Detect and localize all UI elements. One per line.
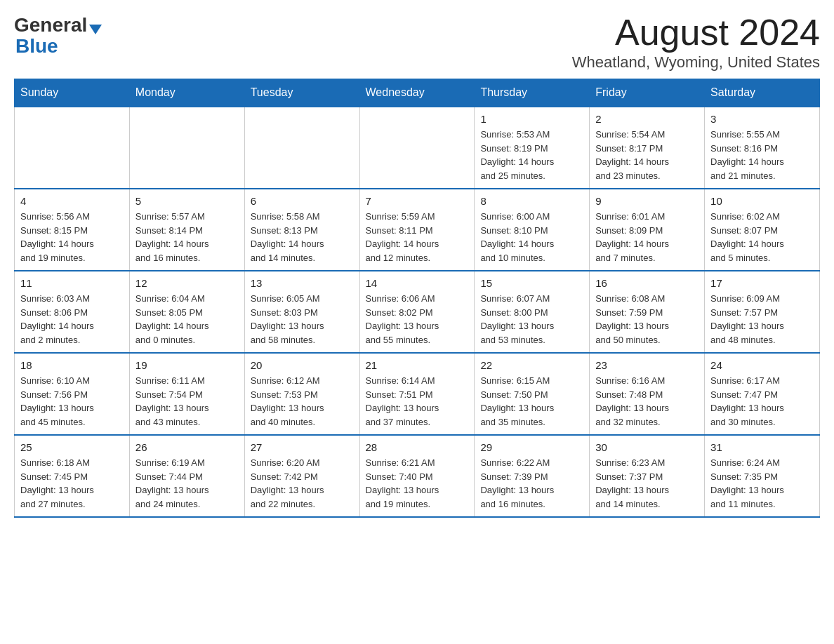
calendar-empty-cell bbox=[359, 107, 475, 189]
day-info: Sunrise: 6:03 AM Sunset: 8:06 PM Dayligh… bbox=[20, 292, 124, 347]
calendar-header-monday: Monday bbox=[129, 79, 244, 107]
day-number: 8 bbox=[480, 195, 583, 207]
day-number: 19 bbox=[135, 359, 239, 371]
calendar-header-tuesday: Tuesday bbox=[244, 79, 359, 107]
calendar-day-7: 7Sunrise: 5:59 AM Sunset: 8:11 PM Daylig… bbox=[359, 189, 475, 271]
day-info: Sunrise: 5:58 AM Sunset: 8:13 PM Dayligh… bbox=[251, 210, 354, 264]
calendar-day-12: 12Sunrise: 6:04 AM Sunset: 8:05 PM Dayli… bbox=[129, 271, 244, 353]
month-title: August 2024 bbox=[572, 14, 820, 51]
calendar-week-4: 18Sunrise: 6:10 AM Sunset: 7:56 PM Dayli… bbox=[15, 353, 820, 435]
day-info: Sunrise: 6:15 AM Sunset: 7:50 PM Dayligh… bbox=[480, 374, 583, 429]
day-info: Sunrise: 6:24 AM Sunset: 7:35 PM Dayligh… bbox=[710, 456, 814, 511]
day-number: 24 bbox=[710, 359, 814, 371]
day-number: 20 bbox=[251, 359, 354, 371]
day-number: 7 bbox=[366, 195, 469, 207]
calendar-day-23: 23Sunrise: 6:16 AM Sunset: 7:48 PM Dayli… bbox=[590, 353, 705, 435]
calendar-week-1: 1Sunrise: 5:53 AM Sunset: 8:19 PM Daylig… bbox=[15, 107, 820, 189]
day-info: Sunrise: 6:02 AM Sunset: 8:07 PM Dayligh… bbox=[710, 210, 814, 264]
calendar-table: SundayMondayTuesdayWednesdayThursdayFrid… bbox=[14, 79, 820, 518]
day-number: 17 bbox=[710, 277, 814, 289]
calendar-day-27: 27Sunrise: 6:20 AM Sunset: 7:42 PM Dayli… bbox=[244, 435, 359, 517]
calendar-empty-cell bbox=[244, 107, 359, 189]
calendar-week-3: 11Sunrise: 6:03 AM Sunset: 8:06 PM Dayli… bbox=[15, 271, 820, 353]
day-number: 13 bbox=[251, 277, 354, 289]
calendar-day-29: 29Sunrise: 6:22 AM Sunset: 7:39 PM Dayli… bbox=[475, 435, 590, 517]
day-number: 11 bbox=[20, 277, 124, 289]
day-number: 9 bbox=[595, 195, 699, 207]
calendar-day-5: 5Sunrise: 5:57 AM Sunset: 8:14 PM Daylig… bbox=[129, 189, 244, 271]
calendar-day-25: 25Sunrise: 6:18 AM Sunset: 7:45 PM Dayli… bbox=[15, 435, 130, 517]
calendar-empty-cell bbox=[129, 107, 244, 189]
calendar-day-8: 8Sunrise: 6:00 AM Sunset: 8:10 PM Daylig… bbox=[475, 189, 590, 271]
calendar-day-13: 13Sunrise: 6:05 AM Sunset: 8:03 PM Dayli… bbox=[244, 271, 359, 353]
day-info: Sunrise: 5:56 AM Sunset: 8:15 PM Dayligh… bbox=[20, 210, 124, 264]
day-info: Sunrise: 5:55 AM Sunset: 8:16 PM Dayligh… bbox=[710, 128, 814, 182]
calendar-day-19: 19Sunrise: 6:11 AM Sunset: 7:54 PM Dayli… bbox=[129, 353, 244, 435]
day-info: Sunrise: 6:07 AM Sunset: 8:00 PM Dayligh… bbox=[480, 292, 583, 347]
calendar-day-6: 6Sunrise: 5:58 AM Sunset: 8:13 PM Daylig… bbox=[244, 189, 359, 271]
day-number: 21 bbox=[366, 359, 469, 371]
calendar-header-friday: Friday bbox=[590, 79, 705, 107]
day-number: 1 bbox=[480, 113, 583, 125]
calendar-header-saturday: Saturday bbox=[705, 79, 820, 107]
day-number: 14 bbox=[366, 277, 469, 289]
day-info: Sunrise: 5:59 AM Sunset: 8:11 PM Dayligh… bbox=[366, 210, 469, 264]
day-info: Sunrise: 6:21 AM Sunset: 7:40 PM Dayligh… bbox=[366, 456, 469, 511]
day-info: Sunrise: 5:54 AM Sunset: 8:17 PM Dayligh… bbox=[595, 128, 699, 182]
logo: General Blue bbox=[14, 14, 102, 58]
calendar-day-10: 10Sunrise: 6:02 AM Sunset: 8:07 PM Dayli… bbox=[705, 189, 820, 271]
day-info: Sunrise: 6:10 AM Sunset: 7:56 PM Dayligh… bbox=[20, 374, 124, 429]
day-number: 28 bbox=[366, 441, 469, 453]
day-info: Sunrise: 6:19 AM Sunset: 7:44 PM Dayligh… bbox=[135, 456, 239, 511]
day-info: Sunrise: 6:01 AM Sunset: 8:09 PM Dayligh… bbox=[595, 210, 699, 264]
day-info: Sunrise: 6:08 AM Sunset: 7:59 PM Dayligh… bbox=[595, 292, 699, 347]
day-info: Sunrise: 6:23 AM Sunset: 7:37 PM Dayligh… bbox=[595, 456, 699, 511]
calendar-day-20: 20Sunrise: 6:12 AM Sunset: 7:53 PM Dayli… bbox=[244, 353, 359, 435]
day-info: Sunrise: 6:04 AM Sunset: 8:05 PM Dayligh… bbox=[135, 292, 239, 347]
day-info: Sunrise: 6:20 AM Sunset: 7:42 PM Dayligh… bbox=[251, 456, 354, 511]
calendar-day-4: 4Sunrise: 5:56 AM Sunset: 8:15 PM Daylig… bbox=[15, 189, 130, 271]
calendar-day-2: 2Sunrise: 5:54 AM Sunset: 8:17 PM Daylig… bbox=[590, 107, 705, 189]
day-info: Sunrise: 6:18 AM Sunset: 7:45 PM Dayligh… bbox=[20, 456, 124, 511]
day-number: 4 bbox=[20, 195, 124, 207]
calendar-day-28: 28Sunrise: 6:21 AM Sunset: 7:40 PM Dayli… bbox=[359, 435, 475, 517]
calendar-day-22: 22Sunrise: 6:15 AM Sunset: 7:50 PM Dayli… bbox=[475, 353, 590, 435]
day-number: 2 bbox=[595, 113, 699, 125]
calendar-day-18: 18Sunrise: 6:10 AM Sunset: 7:56 PM Dayli… bbox=[15, 353, 130, 435]
day-number: 22 bbox=[480, 359, 583, 371]
calendar-day-3: 3Sunrise: 5:55 AM Sunset: 8:16 PM Daylig… bbox=[705, 107, 820, 189]
logo-triangle-icon bbox=[89, 25, 102, 34]
day-number: 18 bbox=[20, 359, 124, 371]
day-number: 23 bbox=[595, 359, 699, 371]
calendar-day-17: 17Sunrise: 6:09 AM Sunset: 7:57 PM Dayli… bbox=[705, 271, 820, 353]
day-info: Sunrise: 6:22 AM Sunset: 7:39 PM Dayligh… bbox=[480, 456, 583, 511]
calendar-day-24: 24Sunrise: 6:17 AM Sunset: 7:47 PM Dayli… bbox=[705, 353, 820, 435]
day-info: Sunrise: 6:06 AM Sunset: 8:02 PM Dayligh… bbox=[366, 292, 469, 347]
day-number: 16 bbox=[595, 277, 699, 289]
title-area: August 2024 Wheatland, Wyoming, United S… bbox=[572, 14, 820, 72]
calendar-day-14: 14Sunrise: 6:06 AM Sunset: 8:02 PM Dayli… bbox=[359, 271, 475, 353]
day-info: Sunrise: 5:57 AM Sunset: 8:14 PM Dayligh… bbox=[135, 210, 239, 264]
calendar-header-wednesday: Wednesday bbox=[359, 79, 475, 107]
day-number: 31 bbox=[710, 441, 814, 453]
calendar-day-1: 1Sunrise: 5:53 AM Sunset: 8:19 PM Daylig… bbox=[475, 107, 590, 189]
calendar-day-11: 11Sunrise: 6:03 AM Sunset: 8:06 PM Dayli… bbox=[15, 271, 130, 353]
calendar-day-9: 9Sunrise: 6:01 AM Sunset: 8:09 PM Daylig… bbox=[590, 189, 705, 271]
calendar-empty-cell bbox=[15, 107, 130, 189]
calendar-week-5: 25Sunrise: 6:18 AM Sunset: 7:45 PM Dayli… bbox=[15, 435, 820, 517]
calendar-header-row: SundayMondayTuesdayWednesdayThursdayFrid… bbox=[15, 79, 820, 107]
day-number: 25 bbox=[20, 441, 124, 453]
day-info: Sunrise: 6:14 AM Sunset: 7:51 PM Dayligh… bbox=[366, 374, 469, 429]
calendar-week-2: 4Sunrise: 5:56 AM Sunset: 8:15 PM Daylig… bbox=[15, 189, 820, 271]
day-info: Sunrise: 6:17 AM Sunset: 7:47 PM Dayligh… bbox=[710, 374, 814, 429]
day-number: 10 bbox=[710, 195, 814, 207]
page-header: General Blue August 2024 Wheatland, Wyom… bbox=[14, 14, 820, 72]
calendar-day-30: 30Sunrise: 6:23 AM Sunset: 7:37 PM Dayli… bbox=[590, 435, 705, 517]
day-info: Sunrise: 6:00 AM Sunset: 8:10 PM Dayligh… bbox=[480, 210, 583, 264]
day-info: Sunrise: 6:09 AM Sunset: 7:57 PM Dayligh… bbox=[710, 292, 814, 347]
day-number: 27 bbox=[251, 441, 354, 453]
day-number: 12 bbox=[135, 277, 239, 289]
day-info: Sunrise: 6:16 AM Sunset: 7:48 PM Dayligh… bbox=[595, 374, 699, 429]
day-info: Sunrise: 6:05 AM Sunset: 8:03 PM Dayligh… bbox=[251, 292, 354, 347]
calendar-day-26: 26Sunrise: 6:19 AM Sunset: 7:44 PM Dayli… bbox=[129, 435, 244, 517]
